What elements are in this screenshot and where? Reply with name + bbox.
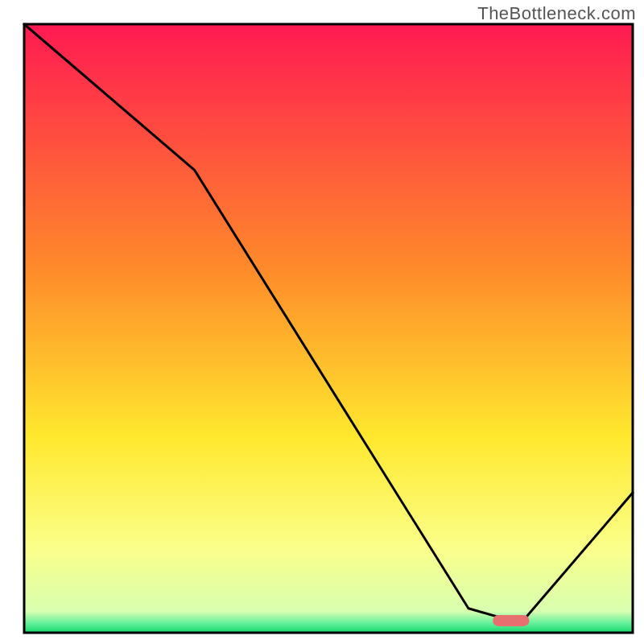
chart-svg <box>0 0 644 644</box>
bottleneck-chart <box>0 0 644 644</box>
watermark-text: TheBottleneck.com <box>477 3 636 24</box>
plot-background <box>24 24 633 633</box>
optimal-range-marker <box>493 615 529 626</box>
